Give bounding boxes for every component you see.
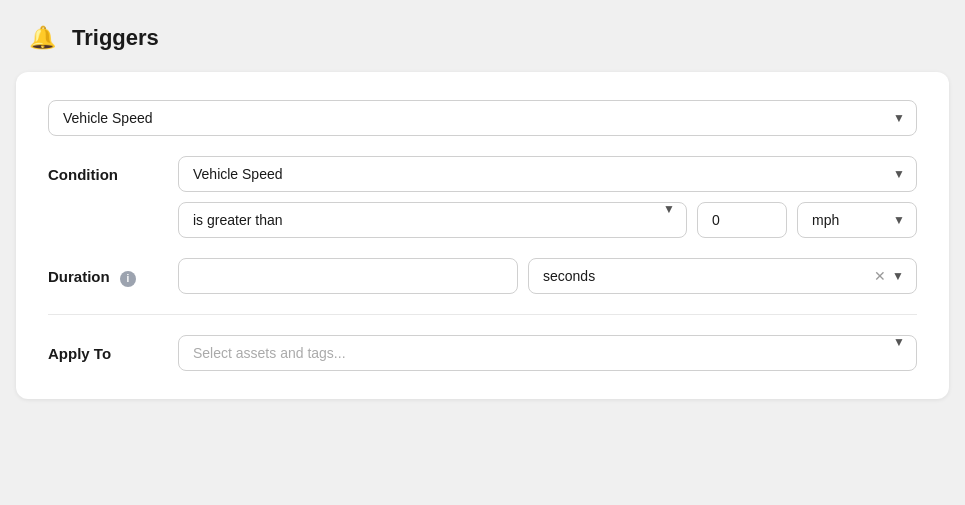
section-divider xyxy=(48,314,917,315)
condition-value-input[interactable] xyxy=(697,202,787,238)
trigger-icon: 🔔 xyxy=(24,20,60,56)
trigger-type-row: Vehicle Speed ▼ xyxy=(48,100,917,136)
condition-operator-wrapper[interactable]: is greater than ▼ xyxy=(178,202,687,238)
condition-detail-row: is greater than ▼ mph ▼ xyxy=(178,202,917,238)
duration-input-row: seconds ✕ ▼ xyxy=(178,258,917,294)
condition-row: Condition Vehicle Speed ▼ is greater tha… xyxy=(48,156,917,238)
condition-label: Condition xyxy=(48,156,178,183)
duration-info-icon[interactable]: i xyxy=(120,271,136,287)
duration-label-wrapper: Duration i xyxy=(48,258,178,287)
apply-to-select[interactable]: Select assets and tags... xyxy=(178,335,917,371)
duration-value-input[interactable] xyxy=(178,258,518,294)
triggers-card: Vehicle Speed ▼ Condition Vehicle Speed … xyxy=(16,72,949,399)
duration-row: Duration i seconds ✕ ▼ xyxy=(48,258,917,294)
condition-unit-select[interactable]: mph xyxy=(797,202,917,238)
condition-controls: Vehicle Speed ▼ is greater than ▼ mph xyxy=(178,156,917,238)
page-title: Triggers xyxy=(72,25,159,51)
apply-to-wrapper[interactable]: Select assets and tags... ▼ xyxy=(178,335,917,371)
condition-vehicle-select[interactable]: Vehicle Speed xyxy=(178,156,917,192)
duration-unit-inner[interactable]: seconds ✕ ▼ xyxy=(528,258,917,294)
trigger-type-select[interactable]: Vehicle Speed xyxy=(48,100,917,136)
duration-label: Duration xyxy=(48,268,110,285)
duration-controls: seconds ✕ ▼ xyxy=(178,258,917,294)
duration-clear-icon[interactable]: ✕ xyxy=(870,268,890,284)
condition-value-wrapper[interactable] xyxy=(697,202,787,238)
apply-to-label: Apply To xyxy=(48,345,178,362)
trigger-type-wrapper[interactable]: Vehicle Speed ▼ xyxy=(48,100,917,136)
page-header: 🔔 Triggers xyxy=(0,0,965,72)
apply-to-row: Apply To Select assets and tags... ▼ xyxy=(48,335,917,371)
condition-unit-wrapper[interactable]: mph ▼ xyxy=(797,202,917,238)
duration-unit-text: seconds xyxy=(543,259,870,293)
duration-chevron-icon[interactable]: ▼ xyxy=(890,269,906,283)
condition-vehicle-wrapper[interactable]: Vehicle Speed ▼ xyxy=(178,156,917,192)
condition-operator-select[interactable]: is greater than xyxy=(178,202,687,238)
duration-unit-wrapper[interactable]: seconds ✕ ▼ xyxy=(528,258,917,294)
